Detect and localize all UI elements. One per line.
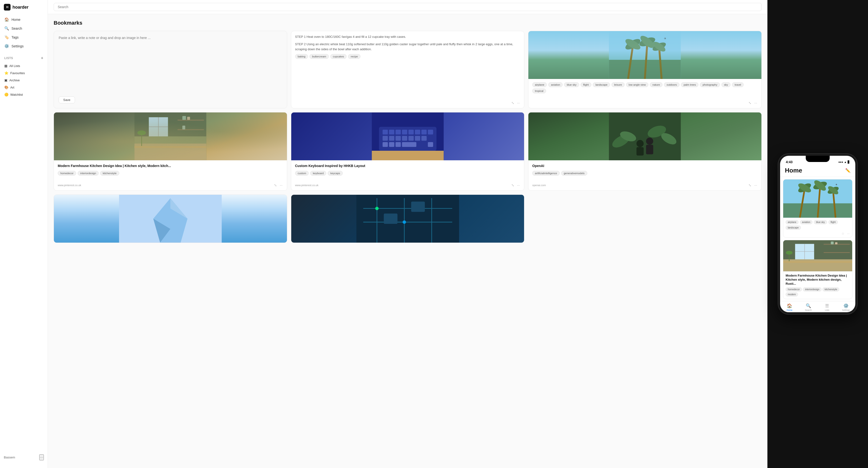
- tags-row: custom keyboard keycaps: [295, 171, 521, 176]
- more-button[interactable]: ···: [517, 100, 521, 105]
- svg-rect-38: [396, 136, 401, 141]
- sidebar-item-favourites[interactable]: ⭐ Favourites: [2, 69, 46, 76]
- phone-card-image-kitchen: [783, 240, 852, 271]
- card-content: OpenAI artificialintelligence generative…: [528, 160, 762, 181]
- sidebar-item-all-lists[interactable]: ▦ All Lists: [2, 62, 46, 69]
- sidebar-item-label: Settings: [11, 44, 24, 48]
- tag: leisure: [612, 82, 624, 87]
- save-button[interactable]: Save: [59, 96, 75, 103]
- sidebar-item-search[interactable]: 🔍 Search: [2, 24, 46, 33]
- phone-tab-settings[interactable]: ⚙️ Settings: [837, 303, 856, 311]
- svg-rect-34: [421, 130, 427, 134]
- app-logo: H hoarder: [0, 4, 48, 15]
- svg-rect-41: [415, 136, 420, 141]
- svg-rect-30: [396, 130, 401, 134]
- card-title: Modern Farmhouse Kitchen Design Idea | K…: [58, 164, 283, 168]
- tag: recipe: [348, 54, 361, 59]
- phone-card-palms: ✈ airplane aviation blue sky flight land…: [783, 179, 852, 238]
- tag: travel: [732, 82, 744, 87]
- phone-header: Home ✏️: [780, 165, 855, 177]
- card-actions: ⤡ ···: [274, 183, 283, 188]
- svg-rect-12: [134, 112, 206, 160]
- all-lists-icon: ▦: [4, 64, 7, 68]
- svg-rect-28: [382, 130, 388, 134]
- phone-tab-home[interactable]: 🏠 Home: [780, 303, 799, 311]
- tag: custom: [295, 171, 309, 176]
- more-button[interactable]: ···: [754, 100, 757, 105]
- phone-edit-button[interactable]: ✏️: [845, 168, 850, 173]
- paste-card: Save: [54, 31, 287, 108]
- svg-point-95: [786, 251, 793, 255]
- bookmark-card-openai: OpenAI artificialintelligence generative…: [528, 112, 762, 191]
- sidebar-item-archive[interactable]: ▣ Archive: [2, 76, 46, 84]
- phone-star-icon[interactable]: ☆: [841, 232, 844, 235]
- tag: generativemodels: [561, 171, 587, 176]
- expand-button[interactable]: ⤡: [511, 100, 515, 105]
- phone-notch: [806, 156, 830, 162]
- bookmark-card-kitchen: Modern Farmhouse Kitchen Design Idea | K…: [54, 112, 287, 191]
- tag: buttercream: [309, 54, 329, 59]
- svg-rect-15: [178, 120, 204, 121]
- card-footer: www.pinterest.co.uk ⤡ ···: [291, 181, 524, 191]
- phone-content[interactable]: ✈ airplane aviation blue sky flight land…: [780, 177, 855, 301]
- tags-row: homedecor interiordesign kitchenstyle: [58, 171, 283, 176]
- card-actions: ⤡ ···: [511, 100, 521, 105]
- add-list-button[interactable]: +: [41, 56, 43, 60]
- phone-second-content: Modern Farmhouse Kitchen Design Idea | K…: [783, 271, 852, 299]
- phone-tab-label: Home: [786, 309, 792, 311]
- sidebar-item-settings[interactable]: ⚙️ Settings: [2, 42, 46, 50]
- svg-rect-86: [783, 261, 852, 263]
- tag: homedecor: [58, 171, 76, 176]
- search-icon: 🔍: [4, 26, 9, 31]
- expand-button[interactable]: ⤡: [748, 100, 752, 105]
- bookmark-card-recipe: STEP 1 Heat oven to 180C/160C fan/gas 4 …: [291, 31, 525, 108]
- phone-tab-search[interactable]: 🔍 Search: [799, 303, 818, 311]
- tag: blue sky: [564, 82, 579, 87]
- more-button[interactable]: ···: [517, 183, 521, 188]
- svg-rect-69: [411, 201, 425, 212]
- more-button[interactable]: ···: [279, 183, 283, 188]
- svg-rect-40: [408, 136, 414, 141]
- sidebar-item-watchlist[interactable]: 🟡 Watchlist: [2, 91, 46, 98]
- card-image-palms: ✈: [528, 31, 762, 79]
- svg-rect-46: [402, 142, 416, 147]
- more-button[interactable]: ···: [754, 183, 757, 188]
- phone-tags-row: airplane aviation blue sky flight landsc…: [783, 218, 852, 230]
- phone-tab-label: Settings: [842, 309, 850, 311]
- svg-rect-23: [134, 146, 206, 148]
- svg-rect-36: [382, 136, 388, 141]
- phone-tab-lists[interactable]: ☰ Lists: [818, 303, 837, 311]
- svg-text:✈: ✈: [835, 183, 837, 186]
- svg-rect-17: [182, 116, 186, 120]
- tag: tropical: [532, 89, 546, 93]
- bookmark-card-palms: ✈ airplane aviation blue sky flight land…: [528, 31, 762, 108]
- sidebar-item-home[interactable]: 🏠 Home: [2, 15, 46, 24]
- phone-tag: interiordesign: [803, 287, 822, 292]
- sidebar-nav: 🏠 Home 🔍 Search 🏷️ Tags ⚙️ Settings: [0, 15, 48, 50]
- card-image-openai: [528, 112, 762, 160]
- card-actions: ⤡ ···: [748, 183, 757, 188]
- tags-icon: 🏷️: [4, 35, 9, 39]
- svg-rect-45: [396, 142, 401, 147]
- phone-time: 4:43: [786, 160, 793, 164]
- expand-button[interactable]: ⤡: [274, 183, 277, 188]
- phone-tag: kitchenstyle: [823, 287, 839, 292]
- sidebar-item-art[interactable]: 🎨 Art: [2, 84, 46, 91]
- phone-second-tags: homedecor interiordesign kitchenstyle mo…: [785, 287, 850, 296]
- phone-card-image-palms: ✈: [783, 179, 852, 218]
- card-url: www.pinterest.co.uk: [295, 184, 318, 187]
- search-input[interactable]: [54, 3, 762, 11]
- card-url: openai.com: [532, 184, 546, 187]
- card-actions: ⤡ ···: [748, 100, 757, 105]
- expand-button[interactable]: ⤡: [511, 183, 515, 188]
- paste-input[interactable]: [59, 36, 282, 94]
- sidebar-item-tags[interactable]: 🏷️ Tags: [2, 33, 46, 41]
- svg-rect-37: [389, 136, 394, 141]
- phone-more-icon[interactable]: ···: [847, 232, 850, 235]
- tag: airplane: [532, 82, 547, 87]
- sidebar-item-label: Home: [11, 18, 20, 22]
- expand-button[interactable]: ⤡: [748, 183, 752, 188]
- tag: baking: [295, 54, 308, 59]
- user-menu-button[interactable]: ···: [39, 454, 44, 460]
- phone-mockup: 4:43 ●●● ▲ ▊ Home ✏️: [778, 154, 857, 314]
